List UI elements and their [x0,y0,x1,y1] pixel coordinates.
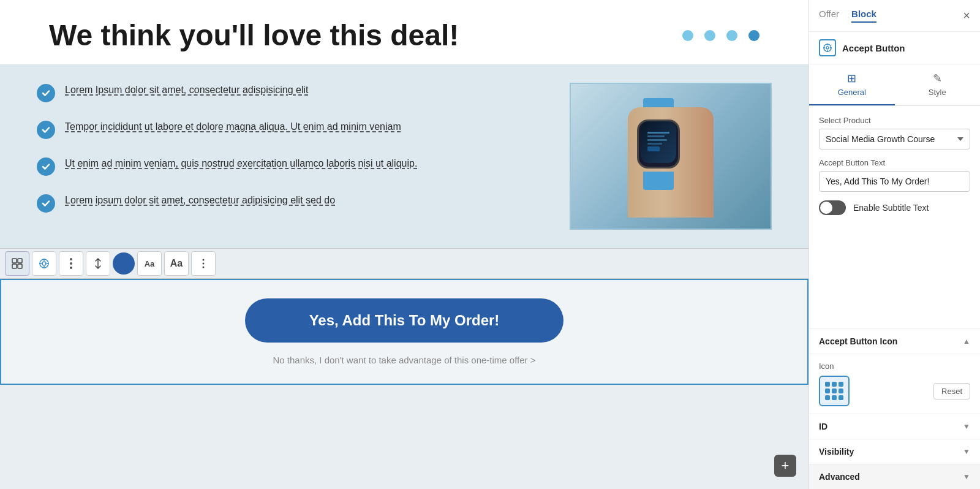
accept-button-icon-header[interactable]: Accept Button Icon ▲ [809,328,980,354]
svg-point-16 [203,263,205,265]
features-list: Lorem Ipsum dolor sit amet, consectetur … [37,83,545,213]
general-label: General [838,88,866,97]
watch-band-bottom [643,172,674,190]
toolbar-target-btn[interactable] [32,251,56,276]
svg-rect-8 [18,264,22,268]
feature-text-2: Tempor incididunt ut labore et dolore ma… [65,119,401,134]
page-title: We think you'll love this deal! [49,18,670,52]
section-tab-style[interactable]: ✎ Style [895,64,981,105]
canvas-area: We think you'll love this deal! Lorem Ip… [0,0,809,489]
cta-section: Yes, Add This To My Order! No thanks, I … [0,279,809,385]
watch-screen [641,121,676,163]
feature-text-1: Lorem Ipsum dolor sit amet, consectetur … [65,83,309,97]
svg-rect-5 [12,259,17,263]
dots-vertical-icon [70,258,72,269]
panel-body: Select Product Social Media Growth Cours… [809,106,980,328]
toolbar-aa-large-btn[interactable]: Aa [164,251,189,276]
check-icon-2 [37,121,55,139]
svg-rect-6 [18,259,22,263]
add-block-button[interactable]: + [774,455,796,477]
svg-rect-0 [647,132,669,134]
select-product-label: Select Product [819,116,970,125]
toolbar-row: Aa Aa [0,248,809,279]
panel-header: Offer Block × [809,0,980,32]
watch-visual [616,95,726,218]
accept-button-text-field: Accept Button Text [819,158,970,192]
check-icon-1 [37,84,55,102]
enable-subtitle-toggle[interactable] [819,200,846,215]
check-icon-4 [37,194,55,213]
id-label: ID [819,422,827,431]
aa-large-label: Aa [170,258,183,269]
style-icon: ✎ [933,72,942,85]
dot-2 [704,30,715,41]
icon-field-label: Icon [819,362,970,371]
cta-accept-button[interactable]: Yes, Add This To My Order! [245,298,564,343]
icon-field-row: Reset [819,376,970,406]
enable-subtitle-row: Enable Subtitle Text [819,200,970,215]
svg-rect-3 [647,143,662,145]
section-tab-general[interactable]: ⊞ General [809,64,895,105]
toggle-thumb [820,202,832,214]
icon-section: Icon Reset [809,354,980,414]
feature-item-1: Lorem Ipsum dolor sit amet, consectetur … [37,83,545,102]
visibility-chevron-down-icon: ▼ [963,447,970,456]
icon-preview[interactable] [819,376,850,406]
block-name-label: Accept Button [842,43,905,53]
svg-rect-2 [647,139,667,141]
panel-block-label: Accept Button [809,32,980,64]
style-label: Style [929,88,946,97]
svg-rect-1 [647,135,665,137]
visibility-section-header[interactable]: Visibility ▼ [809,439,980,464]
advanced-section-header[interactable]: Advanced ▼ [809,464,980,489]
feature-item-2: Tempor incididunt ut labore et dolore ma… [37,119,545,139]
general-icon: ⊞ [847,72,856,85]
panel-tabs: Offer Block [819,9,876,23]
accept-button-text-input[interactable] [819,171,970,192]
features-section: Lorem Ipsum dolor sit amet, consectetur … [0,64,809,248]
right-panel: Offer Block × Accept Button ⊞ General ✎ … [809,0,980,489]
product-image [570,83,772,230]
header-section: We think you'll love this deal! [0,0,809,64]
svg-point-15 [203,259,205,261]
chevron-up-icon: ▲ [963,337,970,346]
svg-rect-7 [12,264,17,268]
id-chevron-down-icon: ▼ [963,422,970,431]
toolbar-dots-btn[interactable] [59,251,83,276]
feature-text-4: Lorem ipsum dolor sit amet, consectetur … [65,193,335,208]
panel-close-button[interactable]: × [963,9,970,23]
svg-rect-4 [647,146,660,151]
toolbar-more-btn[interactable] [191,251,216,276]
feature-item-3: Ut enim ad minim veniam, quis nostrud ex… [37,156,545,176]
aa-small-label: Aa [145,259,155,268]
select-product-field: Select Product Social Media Growth Cours… [819,116,970,150]
dot-3 [726,30,737,41]
svg-point-17 [203,267,205,268]
cta-decline-text[interactable]: No thanks, I don't want to take advantag… [273,355,535,365]
feature-item-4: Lorem ipsum dolor sit amet, consectetur … [37,193,545,213]
tab-offer[interactable]: Offer [819,9,839,23]
visibility-label: Visibility [819,447,854,457]
select-product-dropdown[interactable]: Social Media Growth Course [819,129,970,150]
advanced-label: Advanced [819,472,860,482]
id-section-header[interactable]: ID ▼ [809,414,980,439]
toolbar-arrows-btn[interactable] [86,251,110,276]
advanced-chevron-down-icon: ▼ [963,472,970,481]
enable-subtitle-label: Enable Subtitle Text [853,203,929,213]
header-dots [682,30,760,41]
accept-button-icon [819,39,836,56]
check-icon-3 [37,157,55,176]
toolbar-aa-small-btn[interactable]: Aa [137,251,162,276]
toolbar-color-circle[interactable] [113,252,135,275]
tab-block[interactable]: Block [851,9,876,23]
svg-point-19 [826,47,829,49]
reset-button[interactable]: Reset [933,383,970,400]
dot-1 [682,30,693,41]
product-image-placeholder [571,84,771,229]
dot-4 [748,30,760,41]
grid-icon [825,382,843,400]
toolbar-grid-btn[interactable] [5,251,29,276]
accept-button-text-label: Accept Button Text [819,158,970,167]
svg-point-10 [42,262,46,265]
accept-button-icon-label: Accept Button Icon [819,336,897,346]
